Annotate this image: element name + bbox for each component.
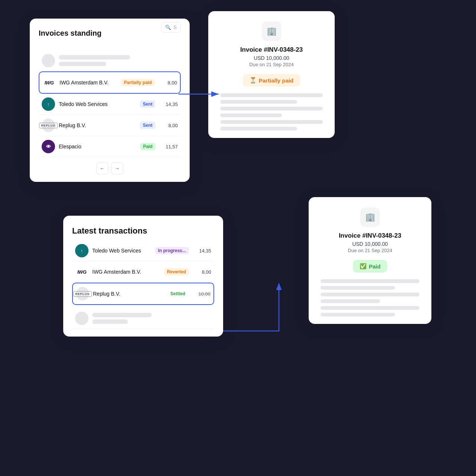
building-icon-top: 🏢 — [262, 22, 281, 41]
pagination: ← → — [39, 163, 181, 174]
badge-partial: Partially paid — [121, 79, 155, 86]
row-name-toledo: Toledo Web Services — [59, 101, 136, 107]
badge-sent-replug: Sent — [140, 122, 155, 129]
amount-elespacio: 11,57 — [159, 144, 178, 149]
avatar-elespacio: 👁 — [42, 140, 55, 153]
avatar-iwg: IWG — [42, 76, 56, 89]
avatar-iwg-tx: IWG — [75, 265, 89, 279]
avatar-toledo: ↑ — [42, 97, 55, 111]
checkmark-icon: ✅ — [360, 263, 367, 270]
invoices-standing-panel: Invoices standing 🔍 S IWG IWG Amsterdam … — [30, 19, 190, 182]
detail-line-b2 — [321, 286, 395, 290]
paid-status-label: Paid — [369, 263, 381, 270]
placeholder-row — [39, 50, 181, 71]
detail-line-b5 — [321, 306, 419, 310]
detail-line-b6 — [321, 313, 395, 316]
invoice-number-bottom: Invoice #INV-0348-23 — [318, 232, 422, 239]
tx-amount-iwg: 8,00 — [193, 269, 211, 275]
status-badge-paid: ✅ Paid — [353, 260, 387, 273]
avatar-replug: REPLUG — [42, 119, 55, 132]
tx-name-toledo: Toledo Web Services — [92, 248, 151, 254]
invoice-due-bottom: Due on 21 Sep 2024 — [318, 248, 422, 253]
tx-name-replug: Replug B.V. — [93, 291, 164, 297]
connector-arrow-bottom — [219, 279, 316, 346]
detail-line-b3 — [321, 293, 419, 296]
connector-arrow-top — [178, 89, 223, 101]
tx-amount-toledo: 14,35 — [193, 248, 211, 254]
transactions-panel: Latest transactions ↑ Toledo Web Service… — [63, 216, 223, 337]
detail-line-b4 — [321, 299, 380, 303]
avatar-toledo-tx: ↑ — [75, 244, 89, 257]
invoices-title: Invoices standing — [39, 29, 102, 38]
iwg-logo: IWG — [45, 80, 54, 86]
badge-paid-elespacio: Paid — [140, 143, 155, 150]
invoice-row-iwg[interactable]: IWG IWG Amsterdam B.V. Partially paid 8,… — [39, 71, 181, 94]
badge-sent-toledo: Sent — [140, 100, 155, 108]
row-name-iwg: IWG Amsterdam B.V. — [60, 80, 117, 86]
invoice-row-replug[interactable]: REPLUG Replug B.V. Sent 8,00 — [39, 115, 181, 136]
avatar-placeholder-bottom — [75, 312, 89, 325]
invoice-due-top: Due on 21 Sep 2024 — [217, 62, 326, 67]
badge-inprogress: In progress... — [155, 247, 189, 254]
prev-button[interactable]: ← — [96, 163, 108, 174]
row-name-replug: Replug B.V. — [59, 122, 136, 128]
detail-line-3 — [220, 107, 323, 110]
invoice-row-elespacio[interactable]: 👁 Elespacio Paid 11,57 — [39, 136, 181, 157]
amount-replug: 8,00 — [159, 123, 178, 128]
amount-iwg: 8,00 — [158, 80, 177, 86]
avatar-replug-tx: REPLUG — [76, 287, 89, 300]
building-icon-bottom: 🏢 — [360, 208, 380, 227]
invoice-amount-bottom: USD 10,000.00 — [318, 241, 422, 247]
detail-line-1 — [220, 93, 323, 97]
detail-line-b1 — [321, 279, 419, 283]
detail-line-4 — [220, 113, 282, 117]
amount-toledo: 14,35 — [159, 102, 178, 107]
placeholder-bar-b2 — [92, 319, 128, 324]
placeholder-bar-1 — [59, 55, 130, 60]
badge-settled: Settled — [167, 290, 188, 298]
detail-lines-top — [217, 93, 326, 131]
detail-lines-bottom — [318, 279, 422, 316]
placeholder-bar-b1 — [92, 313, 152, 317]
tx-name-iwg: IWG Amsterdam B.V. — [92, 269, 160, 275]
search-bar[interactable]: 🔍 S — [161, 22, 181, 33]
tx-amount-replug: 10,00 — [192, 291, 210, 297]
invoice-detail-bottom-panel: 🏢 Invoice #INV-0348-23 USD 10,000.00 Due… — [309, 197, 431, 324]
avatar-placeholder — [42, 54, 55, 67]
replug-logo: REPLUG — [39, 123, 57, 128]
transaction-row-iwg[interactable]: IWG IWG Amsterdam B.V. Reverted 8,00 — [72, 261, 214, 283]
invoice-amount-top: USD 10,000.00 — [217, 55, 326, 61]
replug-logo-tx: REPLUG — [73, 291, 91, 297]
transaction-row-replug[interactable]: REPLUG Replug B.V. Settled 10,00 — [72, 283, 214, 305]
detail-line-5 — [220, 120, 323, 124]
detail-line-6 — [220, 127, 297, 131]
placeholder-row-bottom — [72, 308, 214, 329]
detail-line-2 — [220, 100, 297, 104]
invoice-detail-top-panel: 🏢 Invoice #INV-0348-23 USD 10,000.00 Due… — [208, 11, 335, 138]
row-name-elespacio: Elespacio — [59, 144, 136, 149]
search-placeholder: S — [173, 25, 177, 30]
hourglass-icon: ⏳ — [250, 77, 257, 84]
next-button[interactable]: → — [111, 163, 123, 174]
badge-reverted: Reverted — [164, 268, 189, 276]
search-icon: 🔍 — [165, 25, 171, 30]
partial-status-label: Partially paid — [259, 77, 293, 84]
transaction-row-toledo[interactable]: ↑ Toledo Web Services In progress... 14,… — [72, 240, 214, 261]
status-badge-partial: ⏳ Partially paid — [243, 74, 300, 87]
invoice-number-top: Invoice #INV-0348-23 — [217, 46, 326, 54]
transactions-title: Latest transactions — [72, 226, 147, 235]
placeholder-bar-2 — [59, 62, 106, 66]
invoice-row-toledo[interactable]: ↑ Toledo Web Services Sent 14,35 — [39, 94, 181, 115]
iwg-logo-tx: IWG — [77, 269, 87, 275]
